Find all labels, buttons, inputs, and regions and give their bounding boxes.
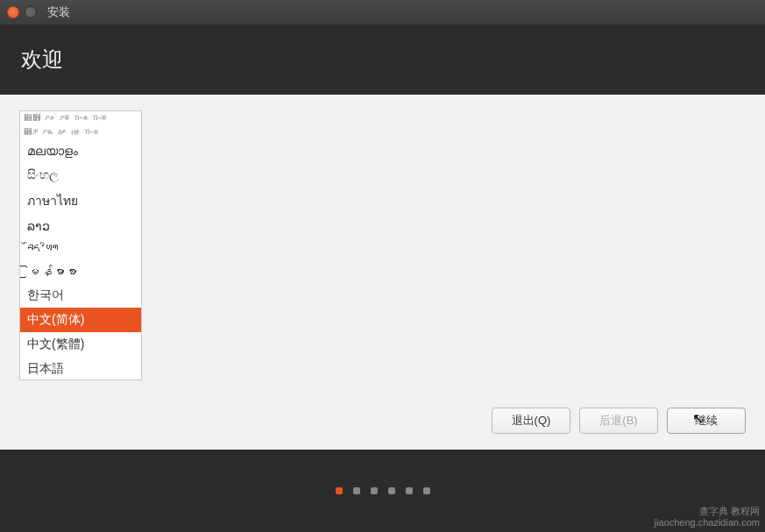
language-item[interactable]: 中文(简体) — [20, 308, 141, 332]
language-item[interactable]: ዆ቓ ዖቈ ዕቃ ዐቋ ዂቁ — [20, 125, 141, 139]
page-title: 欢迎 — [21, 46, 63, 74]
quit-button[interactable]: 退出(Q) — [492, 408, 570, 434]
progress-dot — [336, 487, 343, 494]
minimize-icon[interactable] — [25, 6, 37, 18]
progress-dot — [353, 487, 360, 494]
watermark: 查字典 教程网 jiaocheng.chazidian.com — [655, 506, 760, 528]
language-item[interactable]: မြန်မာစာ — [20, 260, 141, 283]
footer: 查字典 教程网 jiaocheng.chazidian.com — [0, 450, 765, 532]
close-icon[interactable] — [7, 6, 19, 18]
progress-dots — [336, 487, 430, 494]
language-item[interactable]: മലയാളം — [20, 139, 141, 163]
language-item[interactable]: ລາວ — [20, 215, 141, 238]
continue-button[interactable]: 继续 — [667, 408, 746, 434]
language-item[interactable]: 日本語 — [20, 357, 141, 380]
back-button[interactable]: 后退(B) — [579, 408, 658, 434]
language-item[interactable]: සිංහල — [20, 163, 141, 187]
progress-dot — [406, 487, 413, 494]
progress-dot — [388, 487, 395, 494]
header: 欢迎 — [0, 25, 765, 95]
button-row: 退出(Q) 后退(B) 继续 ↖ — [492, 408, 746, 434]
language-item[interactable]: བོད་ཡིག — [20, 238, 141, 260]
progress-dot — [371, 487, 378, 494]
window-title: 安装 — [47, 4, 70, 20]
language-list[interactable]: ዆቎ ዖቆ ዖቑ ዂቁ ዂቑ዆ቓ ዖቈ ዕቃ ዐቋ ዂቁമലയാളംසිංහලภ… — [19, 110, 142, 380]
content-area: ዆቎ ዖቆ ዖቑ ዂቁ ዂቑ዆ቓ ዖቈ ዕቃ ዐቋ ዂቁമലയാളംසිංහලภ… — [0, 95, 765, 450]
progress-dot — [423, 487, 430, 494]
language-item[interactable]: 한국어 — [20, 283, 141, 308]
language-item[interactable]: ዆቎ ዖቆ ዖቑ ዂቁ ዂቑ — [20, 111, 141, 125]
language-item[interactable]: ภาษาไทย — [20, 187, 141, 215]
window-titlebar: 安装 — [0, 0, 765, 25]
language-item[interactable]: 中文(繁體) — [20, 332, 141, 357]
